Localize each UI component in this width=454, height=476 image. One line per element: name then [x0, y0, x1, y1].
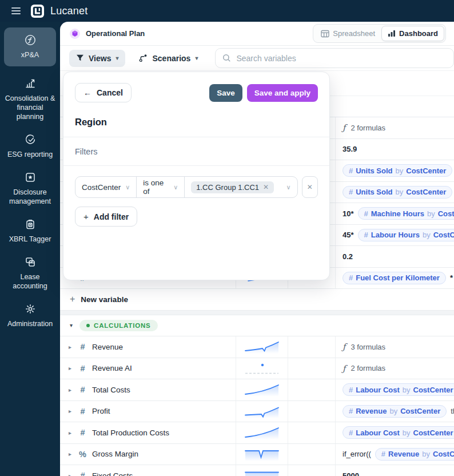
filter-value-select[interactable]: 1.CC Group 1.CC1 ✕ ∨: [185, 177, 297, 197]
variable-name-cell: ▸#Revenue AI: [60, 358, 236, 379]
view-toggle: SpreadsheetDashboard: [313, 24, 446, 43]
formula-cell[interactable]: #Fuel Cost per Kilometer*#: [335, 268, 454, 289]
hash-icon: #: [364, 231, 368, 239]
value-text: *: [450, 273, 453, 282]
sidebar-item-admin[interactable]: Administration: [4, 303, 56, 328]
sidebar-item-label: XBRL Tagger: [9, 235, 51, 244]
expand-caret-icon[interactable]: ▸: [69, 344, 73, 350]
view-toggle-spreadsheet[interactable]: Spreadsheet: [314, 26, 381, 41]
sparkline-cell: [236, 401, 288, 422]
formula-cell[interactable]: #Units SoldbyCostCenterthis: [335, 160, 454, 181]
variable-name-cell: ▸#Profit: [60, 401, 236, 422]
sparkline-cell: [236, 422, 288, 443]
formula-cell[interactable]: ƒ3 formulas: [335, 336, 454, 358]
filter-operator-select[interactable]: is one of ∨: [137, 177, 185, 197]
variable-chip[interactable]: #Units SoldbyCostCenter: [343, 186, 452, 199]
expand-caret-icon[interactable]: ▸: [69, 430, 73, 436]
empty-cell: [288, 358, 335, 379]
variable-name-cell: ▸%Gross Margin: [60, 444, 236, 465]
page-title: Operational Plan: [86, 29, 145, 38]
gear-icon: [24, 303, 37, 315]
variable-chip[interactable]: #Labour CostbyCostCenter: [343, 426, 454, 439]
formula-cell[interactable]: 35.9: [335, 139, 454, 160]
sidebar-item-esg[interactable]: ESG reporting: [4, 133, 56, 159]
calculations-badge[interactable]: CALCULATIONS: [79, 320, 157, 331]
breadcrumb[interactable]: Operational Plan: [69, 28, 145, 39]
variable-chip[interactable]: #Labour HoursbyCostCenter: [358, 229, 454, 241]
expand-caret-icon[interactable]: ▸: [69, 473, 73, 476]
formula-cell[interactable]: #Labour CostbyCostCentert: [335, 379, 454, 400]
expand-caret-icon[interactable]: ▸: [69, 451, 73, 457]
sparkline-cell: [236, 336, 288, 358]
table-row[interactable]: ▸#Revenue AIƒ2 formulas: [60, 358, 454, 380]
variable-chip[interactable]: #RevenuebyCostCenter: [375, 448, 454, 461]
empty-cell: [288, 444, 335, 465]
search-input[interactable]: [236, 54, 447, 63]
row-label: Revenue AI: [92, 364, 132, 372]
view-toggle-dashboard[interactable]: Dashboard: [381, 26, 444, 41]
sidebar-item-label: Administration: [7, 319, 53, 328]
save-button[interactable]: Save: [209, 84, 242, 102]
remove-filter-button[interactable]: ✕: [302, 176, 318, 198]
views-button[interactable]: Views ▾: [69, 50, 125, 67]
variable-chip[interactable]: #Fuel Cost per Kilometer: [343, 272, 446, 284]
top-app-bar: Lucanet: [0, 0, 454, 22]
save-and-apply-button[interactable]: Save and apply: [247, 84, 318, 102]
row-label: Revenue: [92, 343, 123, 351]
variable-chip[interactable]: #Machine HoursbyCostCenter: [358, 207, 454, 220]
dashboard-icon: [388, 30, 396, 37]
hamburger-menu-icon[interactable]: [11, 7, 21, 14]
formula-cell[interactable]: if_error((#RevenuebyCostCenter: [335, 444, 454, 465]
formula-text: this: [451, 407, 454, 415]
variable-chip[interactable]: #RevenuebyCostCenter: [343, 405, 447, 418]
table-row[interactable]: ▸%Gross Marginif_error((#RevenuebyCostCe…: [60, 444, 454, 466]
app-sidebar: xP&AConsolidation & financial planningES…: [0, 22, 60, 476]
expand-caret-icon[interactable]: ▸: [69, 365, 73, 371]
table-row[interactable]: ▸#Total Costs#Labour CostbyCostCentert: [60, 379, 454, 401]
sidebar-item-label: xP&A: [21, 50, 39, 60]
sidebar-item-xpa[interactable]: xP&A: [4, 27, 56, 66]
table-row[interactable]: ▸#Total Production Costs#Labour CostbyCo…: [60, 422, 454, 444]
sidebar-item-xbrl[interactable]: XBRL Tagger: [4, 218, 56, 244]
formula-cell[interactable]: ƒ2 formulas: [335, 358, 454, 379]
expand-caret-icon[interactable]: ▸: [69, 408, 73, 414]
table-row[interactable]: ▸#Fixed Costs5000: [60, 465, 454, 476]
formula-cell[interactable]: 45*#Labour HoursbyCostCenter: [335, 225, 454, 246]
new-variable-button[interactable]: + New variable: [60, 289, 454, 311]
sidebar-item-disclosure[interactable]: Disclosure management: [4, 171, 56, 206]
variable-chip[interactable]: #Units SoldbyCostCenter: [343, 164, 452, 177]
formula-cell[interactable]: 10*#Machine HoursbyCostCenter: [335, 203, 454, 224]
filter-value-chip[interactable]: 1.CC Group 1.CC1 ✕: [191, 181, 274, 193]
value-text: 10*: [343, 209, 354, 218]
filter-field-select[interactable]: CostCenter ∨: [75, 177, 137, 197]
sidebar-item-lease[interactable]: Lease accounting: [4, 256, 56, 291]
chevron-down-icon[interactable]: ▾: [70, 322, 73, 328]
sidebar-item-consolidation[interactable]: Consolidation & financial planning: [4, 77, 56, 121]
function-f-icon: ƒ: [343, 123, 345, 132]
variable-name-cell: ▸#Fixed Costs: [60, 465, 236, 476]
formula-cell[interactable]: 5000: [335, 465, 454, 476]
variable-chip[interactable]: #Labour CostbyCostCenter: [343, 383, 454, 396]
search-icon: [222, 54, 231, 62]
formula-cell[interactable]: #RevenuebyCostCenterthis: [335, 401, 454, 422]
view-name-title: Region: [75, 117, 318, 128]
formula-cell[interactable]: 0.2: [335, 246, 454, 267]
empty-cell: [288, 336, 335, 358]
hash-icon: #: [78, 385, 87, 394]
formula-count: ƒ3 formulas: [343, 342, 385, 351]
expand-caret-icon[interactable]: ▸: [69, 387, 73, 393]
table-row[interactable]: ▸#Profit#RevenuebyCostCenterthis: [60, 401, 454, 423]
search-box[interactable]: [215, 48, 454, 68]
cancel-button[interactable]: ← Cancel: [75, 83, 132, 102]
formula-cell[interactable]: #Units SoldbyCostCenterthis: [335, 182, 454, 203]
remove-chip-icon[interactable]: ✕: [263, 183, 269, 191]
table-row[interactable]: ▸#Revenueƒ3 formulas: [60, 336, 454, 358]
add-filter-button[interactable]: + Add filter: [75, 207, 137, 227]
spreadsheet-icon: [321, 30, 329, 38]
hash-icon: #: [349, 188, 353, 196]
scenarios-button[interactable]: Scenarios ▾: [132, 50, 205, 67]
bar-chart-icon: [24, 77, 37, 90]
toolbar: Views ▾ Scenarios ▾: [60, 46, 454, 71]
formula-cell[interactable]: ƒ2 formulas: [335, 117, 454, 138]
formula-cell[interactable]: #Labour CostbyCostCentert: [335, 422, 454, 443]
